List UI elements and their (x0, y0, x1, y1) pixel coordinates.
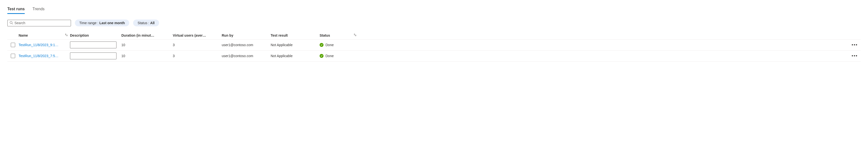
status-value: Done (326, 43, 334, 47)
more-actions-button[interactable]: ••• (850, 42, 859, 48)
run-by-value: user1@contoso.com (222, 43, 253, 47)
description-input[interactable] (70, 52, 117, 59)
filter-status[interactable]: Status : All (133, 19, 159, 26)
virtual-users-value: 3 (173, 54, 175, 58)
testrun-name-link[interactable]: TestRun_11/8/2023_7:5… (19, 54, 59, 58)
filter-row: Time range : Last one month Status : All (7, 19, 861, 26)
filter-time-range-label: Time range : (79, 21, 98, 25)
search-icon (9, 21, 13, 25)
description-input[interactable] (70, 42, 117, 48)
success-icon (319, 54, 323, 58)
filter-time-range-value: Last one month (99, 21, 125, 25)
col-header-duration[interactable]: Duration (in minut… (121, 34, 154, 37)
tab-bar: Test runs Trends (7, 5, 861, 14)
tab-test-runs[interactable]: Test runs (7, 5, 25, 14)
svg-line-1 (12, 23, 13, 24)
filter-status-value: All (150, 21, 155, 25)
col-header-description[interactable]: Description (70, 34, 89, 37)
test-result-value: Not Applicable (271, 54, 293, 58)
row-checkbox[interactable] (11, 54, 15, 58)
search-input[interactable] (14, 21, 69, 25)
tab-trends[interactable]: Trends (33, 5, 44, 14)
col-header-name[interactable]: Name (19, 34, 28, 37)
col-header-run-by[interactable]: Run by (222, 34, 233, 37)
search-box[interactable] (7, 20, 71, 26)
table-row: TestRun_11/8/2023_7:5… 10 3 user1@contos… (7, 50, 861, 61)
col-header-virtual-users[interactable]: Virtual users (aver… (173, 34, 206, 37)
col-header-test-result[interactable]: Test result (271, 34, 288, 37)
duration-value: 10 (121, 54, 125, 58)
filter-status-label: Status : (137, 21, 149, 25)
duration-value: 10 (121, 43, 125, 47)
sort-icon-status[interactable] (353, 33, 357, 37)
testrun-name-link[interactable]: TestRun_11/8/2023_9:1… (19, 43, 59, 47)
run-by-value: user1@contoso.com (222, 54, 253, 58)
col-header-status[interactable]: Status (319, 34, 330, 37)
test-result-value: Not Applicable (271, 43, 293, 47)
table-header-row: Name Description Duration (in minut… Vir… (7, 31, 861, 40)
status-value: Done (326, 54, 334, 58)
sort-icon-name[interactable] (65, 33, 68, 37)
success-icon (319, 43, 323, 47)
more-actions-button[interactable]: ••• (850, 53, 859, 58)
filter-time-range[interactable]: Time range : Last one month (75, 19, 129, 26)
row-checkbox[interactable] (11, 43, 15, 47)
table-row: TestRun_11/8/2023_9:1… 10 3 user1@contos… (7, 40, 861, 50)
test-runs-table: Name Description Duration (in minut… Vir… (7, 31, 861, 61)
virtual-users-value: 3 (173, 43, 175, 47)
